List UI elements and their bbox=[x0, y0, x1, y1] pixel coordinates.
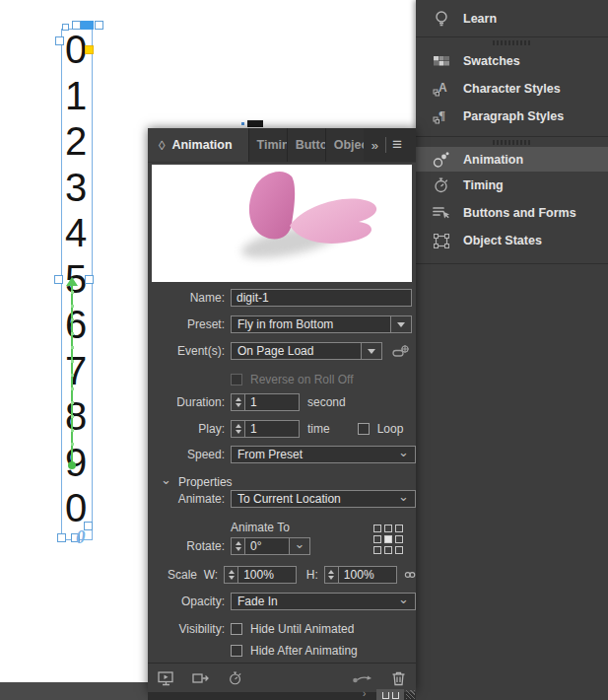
selection-handle-mid-right[interactable] bbox=[85, 275, 94, 284]
name-label: Name: bbox=[148, 291, 225, 305]
dock-item-object-states[interactable]: Object States bbox=[416, 227, 608, 254]
speed-row: Speed: From Preset ⌄ bbox=[148, 445, 416, 464]
svg-text:A: A bbox=[439, 81, 447, 95]
docked-panel-peek-icon[interactable] bbox=[376, 689, 404, 700]
tab-timing[interactable]: Timin bbox=[248, 128, 287, 162]
dock-item-animation[interactable]: Animation bbox=[416, 147, 608, 172]
dock-item-label: Character Styles bbox=[463, 82, 561, 96]
panel-collapse-icon[interactable]: ◊ bbox=[159, 138, 165, 153]
delete-animation-trash-icon[interactable] bbox=[391, 670, 406, 686]
reference-point-proxy[interactable] bbox=[373, 525, 403, 554]
motion-path-icon[interactable] bbox=[352, 672, 373, 684]
animation-preview-proxy[interactable] bbox=[152, 165, 412, 282]
section-chevron-icon: ⌄ bbox=[161, 476, 171, 484]
live-corner-yellow-handle[interactable] bbox=[85, 45, 94, 54]
swatches-icon bbox=[433, 53, 450, 69]
selection-handle-top-center-filled[interactable] bbox=[81, 21, 94, 30]
dock-item-buttons-and-forms[interactable]: Buttons and Forms bbox=[416, 199, 608, 227]
rotate-stepper[interactable] bbox=[231, 537, 245, 555]
selection-handle-top-left[interactable] bbox=[72, 21, 81, 30]
motion-path-arrowhead bbox=[66, 277, 78, 286]
paragraph-styles-icon: ¶ bbox=[433, 107, 450, 125]
dock-item-character-styles[interactable]: A Character Styles bbox=[416, 75, 608, 103]
timing-shortcut-icon[interactable] bbox=[228, 670, 243, 686]
buttons-forms-icon bbox=[433, 204, 450, 222]
rotate-dropdown-arrow[interactable]: ⌄ bbox=[289, 537, 310, 555]
loop-checkbox[interactable] bbox=[358, 423, 370, 435]
hide-after-animating-label: Hide After Animating bbox=[250, 644, 358, 658]
speed-label: Speed: bbox=[148, 448, 225, 461]
visibility-row-2: Hide After Animating bbox=[148, 641, 416, 661]
rotate-input[interactable] bbox=[244, 537, 290, 555]
speed-dropdown[interactable]: From Preset ⌄ bbox=[231, 446, 416, 463]
reverse-checkbox bbox=[231, 374, 242, 385]
scale-w-stepper[interactable] bbox=[224, 566, 238, 584]
animate-dropdown[interactable]: To Current Location ⌄ bbox=[231, 490, 416, 508]
duration-label: Duration: bbox=[148, 395, 225, 409]
dock-item-label: Paragraph Styles bbox=[463, 109, 564, 123]
lightbulb-icon bbox=[433, 10, 450, 28]
duration-row: Duration: second bbox=[148, 392, 416, 412]
dock-item-label: Timing bbox=[463, 178, 504, 192]
dock-item-label: Object States bbox=[463, 234, 542, 247]
chevron-down-icon: ⌄ bbox=[398, 448, 409, 457]
name-input[interactable] bbox=[231, 289, 412, 307]
understrip-chevron-icon: › bbox=[363, 688, 366, 699]
dock-drag-grip[interactable] bbox=[416, 37, 608, 47]
selection-handle-bottom-left[interactable] bbox=[57, 533, 66, 542]
play-stepper[interactable] bbox=[231, 420, 245, 438]
chevron-down-icon: ⌄ bbox=[398, 492, 409, 502]
scale-h-label: H: bbox=[304, 568, 318, 582]
opacity-value: Fade In bbox=[237, 595, 278, 608]
scale-h-input[interactable] bbox=[338, 566, 397, 584]
hide-until-animated-checkbox[interactable] bbox=[231, 623, 242, 635]
rotate-label: Rotate: bbox=[148, 539, 225, 553]
hide-after-animating-checkbox[interactable] bbox=[231, 645, 242, 657]
scale-h-stepper[interactable] bbox=[324, 566, 339, 584]
scale-w-input[interactable] bbox=[237, 566, 297, 584]
preset-dropdown[interactable]: Fly in from Bottom bbox=[231, 315, 412, 333]
hide-until-animated-label: Hide Until Animated bbox=[250, 622, 354, 636]
animate-row: Animate: To Current Location ⌄ bbox=[148, 489, 416, 509]
selection-handle-left-upper[interactable] bbox=[55, 36, 64, 45]
preview-spread-icon[interactable] bbox=[158, 670, 174, 686]
tab-object-states[interactable]: Objec bbox=[325, 128, 364, 162]
tab-overflow-icon[interactable]: » bbox=[364, 138, 385, 153]
chevron-down-icon: ⌄ bbox=[295, 539, 305, 549]
name-row: Name: bbox=[148, 288, 416, 308]
tab-buttons[interactable]: Butto bbox=[287, 128, 325, 162]
button-trigger-icon[interactable] bbox=[392, 345, 410, 357]
play-label: Play: bbox=[148, 422, 225, 436]
link-scale-icon[interactable] bbox=[404, 570, 416, 580]
animate-value: To Current Location bbox=[237, 492, 341, 506]
selection-handle-mid-left[interactable] bbox=[54, 275, 63, 284]
opacity-row: Opacity: Fade In ⌄ bbox=[148, 592, 416, 611]
animate-label: Animate: bbox=[148, 492, 225, 506]
animate-to-label: Animate To bbox=[231, 521, 290, 534]
dock-item-learn[interactable]: Learn bbox=[416, 0, 608, 36]
tab-animation[interactable]: ◊ Animation bbox=[148, 128, 248, 162]
panel-resize-grip[interactable] bbox=[406, 690, 415, 699]
visibility-row-1: Visibility: Hide Until Animated bbox=[148, 619, 416, 639]
scale-w-label: W: bbox=[203, 568, 218, 582]
dock-item-timing[interactable]: Timing bbox=[416, 172, 608, 199]
duration-stepper[interactable] bbox=[231, 393, 245, 411]
selection-handle-top-right[interactable] bbox=[95, 21, 103, 30]
animation-proxy-icon[interactable] bbox=[192, 671, 210, 685]
selection-handle[interactable] bbox=[62, 24, 69, 31]
preset-dropdown-arrow[interactable] bbox=[390, 315, 412, 333]
motion-path-start-point[interactable] bbox=[68, 461, 76, 469]
object-states-icon bbox=[433, 232, 450, 249]
events-dropdown-arrow[interactable] bbox=[361, 342, 382, 360]
duration-input[interactable] bbox=[244, 393, 300, 411]
events-dropdown[interactable]: On Page Load bbox=[231, 342, 382, 360]
events-label: Event(s): bbox=[148, 344, 225, 358]
tab-label: Animation bbox=[171, 138, 232, 152]
dock-item-swatches[interactable]: Swatches bbox=[416, 47, 608, 75]
dock-item-paragraph-styles[interactable]: ¶ Paragraph Styles bbox=[416, 103, 608, 130]
dock-drag-grip[interactable] bbox=[416, 137, 608, 147]
play-input[interactable] bbox=[244, 420, 300, 438]
dock-item-label: Buttons and Forms bbox=[463, 206, 576, 220]
panel-menu-icon[interactable]: ≡ bbox=[386, 135, 408, 155]
opacity-dropdown[interactable]: Fade In ⌄ bbox=[231, 593, 416, 610]
